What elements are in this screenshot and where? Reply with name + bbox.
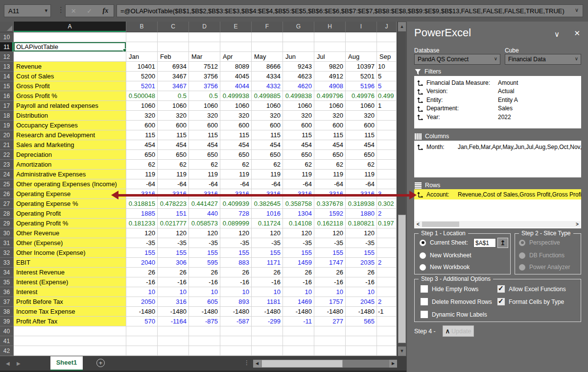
row-header-10[interactable]: 10 xyxy=(0,32,14,42)
cell-H22[interactable]: 650 xyxy=(314,150,346,160)
cell-B30[interactable]: 120 xyxy=(126,228,158,238)
cell-I13[interactable]: 10397 xyxy=(346,62,377,72)
cell-F42[interactable] xyxy=(252,346,283,356)
panel-collapse-icon[interactable]: ∨ xyxy=(554,30,560,39)
cell-E14[interactable]: 4045 xyxy=(220,72,252,81)
cell-J35[interactable] xyxy=(377,277,397,287)
cell-I25[interactable]: -64 xyxy=(346,179,377,189)
cell-C36[interactable]: 10 xyxy=(158,287,189,297)
cell-G28[interactable]: 1304 xyxy=(283,209,314,219)
cell-A10[interactable] xyxy=(14,32,126,42)
filter-item[interactable]: Financial Data Measure: Amount xyxy=(414,78,581,87)
cell-G34[interactable]: 26 xyxy=(283,268,314,277)
fill-handle[interactable] xyxy=(123,49,126,52)
cell-D10[interactable] xyxy=(189,32,220,42)
scroll-right-icon[interactable]: > xyxy=(574,221,580,227)
cell-J28[interactable]: 2 xyxy=(377,209,397,219)
cell-I10[interactable] xyxy=(346,32,377,42)
cell-I42[interactable] xyxy=(346,346,377,356)
cell-H27[interactable]: 0.337678 xyxy=(314,199,346,209)
checkbox-format-cells-by-type[interactable] xyxy=(497,298,505,305)
cell-J32[interactable] xyxy=(377,248,397,258)
cell-J40[interactable] xyxy=(377,326,397,336)
cell-E32[interactable]: 155 xyxy=(220,248,252,258)
cell-B14[interactable]: 5200 xyxy=(126,72,158,81)
cell-A13[interactable]: Revenue xyxy=(14,62,126,72)
cell-I21[interactable]: 454 xyxy=(346,140,377,150)
cell-F25[interactable]: -64 xyxy=(252,179,283,189)
cell-C11[interactable] xyxy=(158,42,189,52)
insert-function-icon[interactable]: fx xyxy=(103,7,109,15)
cell-C23[interactable]: 62 xyxy=(158,160,189,170)
row-header-17[interactable]: 17 xyxy=(0,101,14,111)
cell-G31[interactable]: -35 xyxy=(283,238,314,248)
cell-H28[interactable]: 1592 xyxy=(314,209,346,219)
cell-D28[interactable]: 440 xyxy=(189,209,220,219)
checkbox-allow-excel-functions[interactable] xyxy=(497,285,505,293)
cell-F39[interactable]: -299 xyxy=(252,317,283,326)
row-header-22[interactable]: 22 xyxy=(0,150,14,160)
cell-A42[interactable] xyxy=(14,346,126,356)
cell-I20[interactable]: 115 xyxy=(346,130,377,140)
cell-H39[interactable]: 277 xyxy=(314,317,346,326)
cell-I32[interactable]: 155 xyxy=(346,248,377,258)
cell-B41[interactable] xyxy=(126,336,158,346)
cell-D37[interactable]: 605 xyxy=(189,297,220,307)
cell-E10[interactable] xyxy=(220,32,252,42)
cell-D31[interactable]: -35 xyxy=(189,238,220,248)
column-header-A[interactable]: A xyxy=(14,22,126,32)
cell-H42[interactable] xyxy=(314,346,346,356)
cell-J34[interactable] xyxy=(377,268,397,277)
cell-E31[interactable]: -35 xyxy=(220,238,252,248)
cell-C39[interactable]: -1164 xyxy=(158,317,189,326)
cell-F17[interactable]: 1060 xyxy=(252,101,283,111)
checkbox-delete-removed-rows[interactable] xyxy=(421,298,428,305)
cell-H40[interactable] xyxy=(314,326,346,336)
cell-C14[interactable]: 3467 xyxy=(158,72,189,81)
cell-G14[interactable]: 4623 xyxy=(283,72,314,81)
row-header-32[interactable]: 32 xyxy=(0,248,14,258)
cell-A35[interactable]: Interest (Expense) xyxy=(14,277,126,287)
cell-H35[interactable]: -16 xyxy=(314,277,346,287)
cell-I38[interactable]: -1480 xyxy=(346,307,377,317)
cube-dropdown[interactable]: Financial Data ∨ xyxy=(505,54,581,65)
cell-A33[interactable]: EBIT xyxy=(14,258,126,268)
cell-F31[interactable]: -35 xyxy=(252,238,283,248)
column-header-H[interactable]: H xyxy=(314,22,346,32)
cell-C30[interactable]: 120 xyxy=(158,228,189,238)
cell-D41[interactable] xyxy=(189,336,220,346)
cell-G35[interactable]: -16 xyxy=(283,277,314,287)
cell-D30[interactable]: 120 xyxy=(189,228,220,238)
cell-E42[interactable] xyxy=(220,346,252,356)
cell-B23[interactable]: 62 xyxy=(126,160,158,170)
cell-H20[interactable]: 115 xyxy=(314,130,346,140)
cell-B25[interactable]: -64 xyxy=(126,179,158,189)
cell-E26[interactable]: 3316 xyxy=(220,189,252,199)
row-header-19[interactable]: 19 xyxy=(0,121,14,130)
cell-A18[interactable]: Distribution xyxy=(14,111,126,121)
cell-J11[interactable] xyxy=(377,42,397,52)
cell-C15[interactable]: 3467 xyxy=(158,81,189,91)
row-header-24[interactable]: 24 xyxy=(0,170,14,179)
cell-B19[interactable]: 600 xyxy=(126,121,158,130)
cell-A11[interactable]: OLAPivotTable xyxy=(14,42,126,52)
cell-A29[interactable]: Operating Profit % xyxy=(14,219,126,228)
cell-I35[interactable]: -16 xyxy=(346,277,377,287)
row-header-11[interactable]: 11 xyxy=(0,42,14,52)
column-header-D[interactable]: D xyxy=(189,22,220,32)
cell-H25[interactable]: -64 xyxy=(314,179,346,189)
column-header-J[interactable]: J xyxy=(377,22,397,32)
cell-C27[interactable]: 0.478223 xyxy=(158,199,189,209)
scroll-down-icon[interactable]: ▼ xyxy=(398,347,406,356)
cell-J14[interactable]: 5 xyxy=(377,72,397,81)
cell-I29[interactable]: 0.180821 xyxy=(346,219,377,228)
cell-J42[interactable] xyxy=(377,346,397,356)
cell-E12[interactable]: Apr xyxy=(220,52,252,62)
filter-item[interactable]: Department: Sales xyxy=(414,104,581,113)
cell-E34[interactable]: 26 xyxy=(220,268,252,277)
row-header-25[interactable]: 25 xyxy=(0,179,14,189)
cell-J20[interactable] xyxy=(377,130,397,140)
formula-input[interactable]: =@OLAPivotTable($B$1,$B$2,$B$3:$E$3,$B$4… xyxy=(117,4,583,17)
row-header-28[interactable]: 28 xyxy=(0,209,14,219)
cell-A41[interactable] xyxy=(14,336,126,346)
